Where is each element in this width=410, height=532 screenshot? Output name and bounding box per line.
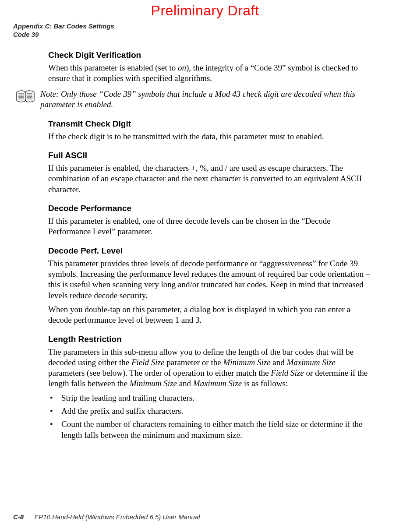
emphasis-minimum-size: Minimum Size [223, 358, 270, 367]
manual-title: EP10 Hand-Held (Windows Embedded 6.5) Us… [34, 513, 200, 521]
para-decode-perf-level-1: This parameter provides three levels of … [48, 258, 371, 301]
emphasis-field-size: Field Size [131, 358, 164, 367]
header-line-1: Appendix C: Bar Codes Settings [13, 22, 410, 31]
heading-transmit-check-digit: Transmit Check Digit [48, 119, 371, 129]
emphasis-maximum-size-2: Maximum Size [193, 379, 242, 388]
para-check-digit-verification: When this parameter is enabled (set to o… [48, 63, 371, 84]
text-fragment: When this parameter is enabled (set to [48, 63, 178, 72]
note-text: Note: Only those “Code 39” symbols that … [40, 89, 371, 110]
note-label: Note: [40, 89, 59, 99]
text-fragment: and [271, 358, 287, 367]
note-body: Only those “Code 39” symbols that includ… [40, 89, 355, 109]
page: Preliminary Draft Appendix C: Bar Codes … [0, 0, 410, 532]
preliminary-draft-banner: Preliminary Draft [0, 0, 410, 19]
text-fragment: parameter or the [164, 358, 223, 367]
heading-decode-perf-level: Decode Perf. Level [48, 246, 371, 256]
note-block: Note: Only those “Code 39” symbols that … [16, 89, 371, 110]
length-restriction-bullets: Strip the leading and trailing character… [48, 393, 371, 440]
emphasis-on: on [178, 63, 186, 72]
header-line-2: Code 39 [13, 31, 410, 39]
emphasis-maximum-size: Maximum Size [287, 358, 336, 367]
emphasis-field-size-2: Field Size [271, 368, 304, 377]
page-footer: C-8EP10 Hand-Held (Windows Embedded 6.5)… [13, 513, 200, 521]
list-item: Strip the leading and trailing character… [48, 393, 371, 403]
text-fragment: is as follows: [242, 379, 288, 388]
page-number: C-8 [13, 513, 24, 521]
running-header: Appendix C: Bar Codes Settings Code 39 [13, 22, 410, 39]
para-decode-performance: If this parameter is enabled, one of thr… [48, 216, 371, 237]
heading-full-ascii: Full ASCII [48, 151, 371, 160]
heading-decode-performance: Decode Performance [48, 204, 371, 213]
text-fragment: and [177, 379, 193, 388]
list-item: Count the number of characters remaining… [48, 419, 371, 440]
para-full-ascii: If this parameter is enabled, the charac… [48, 163, 371, 195]
content-area: Check Digit Verification When this param… [48, 50, 371, 441]
para-decode-perf-level-2: When you double-tap on this parameter, a… [48, 304, 371, 326]
text-fragment: parameters (see below). The order of ope… [48, 368, 271, 377]
emphasis-minimum-size-2: Minimum Size [130, 379, 177, 388]
list-item: Add the prefix and suffix characters. [48, 406, 371, 416]
heading-length-restriction: Length Restriction [48, 335, 371, 344]
heading-check-digit-verification: Check Digit Verification [48, 50, 371, 60]
para-length-restriction-intro: The parameters in this sub-menu allow yo… [48, 347, 371, 389]
para-transmit-check-digit: If the check digit is to be transmitted … [48, 131, 371, 142]
open-book-icon [16, 90, 35, 103]
